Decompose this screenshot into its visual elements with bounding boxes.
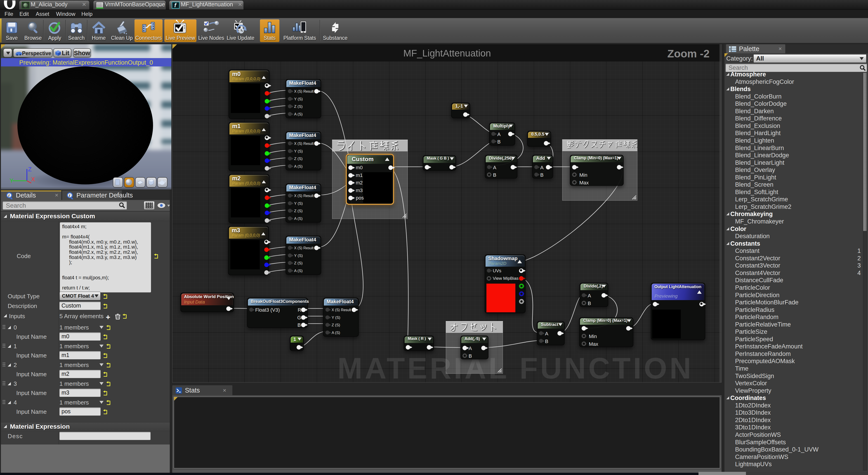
svg-text:Y: Y	[9, 177, 13, 184]
svg-text:X: X	[31, 176, 35, 183]
svg-text:Z: Z	[28, 166, 32, 172]
